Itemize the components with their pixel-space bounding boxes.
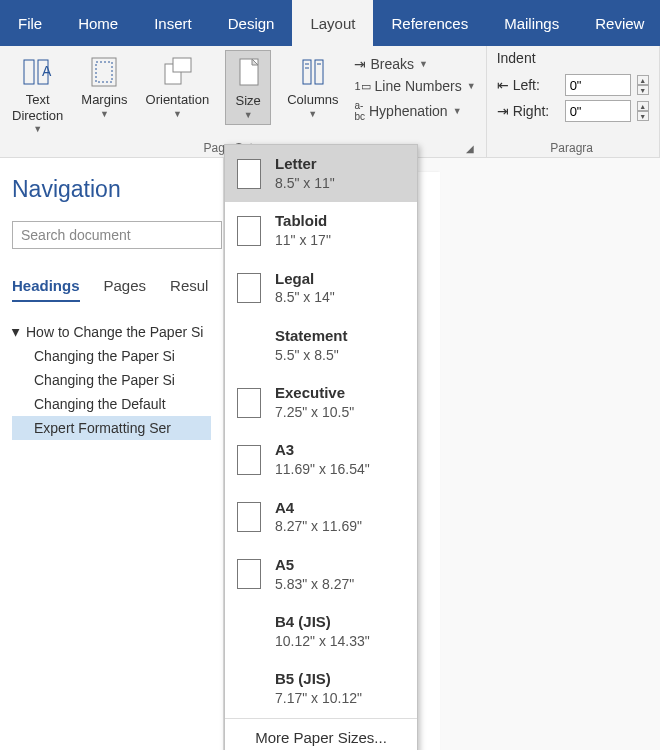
navigation-pane: Navigation Search document HeadingsPages… [0, 158, 224, 750]
breaks-icon: ⇥ [354, 56, 366, 72]
nav-heading-item[interactable]: Changing the Paper Si [12, 368, 211, 392]
indent-right-label: ⇥Right: [497, 103, 559, 119]
nav-tab-headings[interactable]: Headings [12, 277, 80, 302]
orientation-icon [161, 54, 193, 90]
nav-heading-item[interactable]: Expert Formatting Ser [12, 416, 211, 440]
size-option-executive[interactable]: Executive7.25" x 10.5" [225, 374, 417, 431]
spinner-up-icon[interactable]: ▲ [637, 101, 649, 111]
size-option-dimensions: 11" x 17" [275, 232, 331, 250]
columns-icon [299, 54, 327, 90]
size-option-name: A5 [275, 556, 354, 575]
breaks-button[interactable]: ⇥ Breaks ▼ [354, 56, 475, 72]
indent-left-input[interactable] [565, 74, 631, 96]
nav-heading-root[interactable]: ▶ How to Change the Paper Si [12, 320, 211, 344]
size-option-dimensions: 10.12" x 14.33" [275, 633, 370, 651]
size-option-dimensions: 7.17" x 10.12" [275, 690, 362, 708]
size-option-b5-jis-[interactable]: B5 (JIS)7.17" x 10.12" [225, 660, 417, 717]
size-option-tabloid[interactable]: Tabloid11" x 17" [225, 202, 417, 259]
size-option-statement[interactable]: Statement5.5" x 8.5" [225, 317, 417, 374]
svg-rect-6 [173, 58, 191, 72]
size-option-legal[interactable]: Legal8.5" x 14" [225, 260, 417, 317]
text-direction-button[interactable]: A TextDirection ▼ [10, 50, 65, 139]
main-tabs: File HomeInsertDesignLayoutReferencesMai… [0, 0, 660, 46]
size-option-name: B4 (JIS) [275, 613, 370, 632]
indent-right-input[interactable] [565, 100, 631, 122]
hyphenation-button[interactable]: a-bc Hyphenation ▼ [354, 100, 475, 122]
margins-label: Margins [81, 92, 127, 108]
search-input[interactable]: Search document [12, 221, 222, 249]
orientation-label: Orientation [146, 92, 210, 108]
size-icon [234, 55, 262, 91]
spinner-down-icon[interactable]: ▼ [637, 85, 649, 95]
size-option-dimensions: 8.5" x 14" [275, 289, 335, 307]
spinner-down-icon[interactable]: ▼ [637, 111, 649, 121]
size-option-dimensions: 11.69" x 16.54" [275, 461, 370, 479]
orientation-button[interactable]: Orientation ▼ [144, 50, 212, 123]
svg-rect-4 [96, 62, 112, 82]
size-option-dimensions: 7.25" x 10.5" [275, 404, 354, 422]
size-option-letter[interactable]: Letter8.5" x 11" [225, 145, 417, 202]
size-option-a3[interactable]: A311.69" x 16.54" [225, 431, 417, 488]
columns-button[interactable]: Columns ▼ [285, 50, 340, 123]
chevron-down-icon: ▼ [100, 109, 109, 120]
more-paper-sizes-button[interactable]: More Paper Sizes... [225, 718, 417, 751]
tab-file[interactable]: File [0, 0, 60, 46]
tab-review[interactable]: Review [577, 0, 660, 46]
ribbon: A TextDirection ▼ Margins ▼ Orientation … [0, 46, 660, 158]
chevron-down-icon: ▼ [244, 110, 253, 121]
text-direction-icon: A [20, 54, 56, 90]
size-option-name: B5 (JIS) [275, 670, 362, 689]
tab-home[interactable]: Home [60, 0, 136, 46]
expand-icon: ▶ [11, 328, 22, 336]
chevron-down-icon: ▼ [467, 81, 476, 91]
page-preview-icon [237, 559, 261, 589]
columns-label: Columns [287, 92, 338, 108]
tab-layout[interactable]: Layout [292, 0, 373, 46]
chevron-down-icon: ▼ [173, 109, 182, 120]
size-option-name: Statement [275, 327, 348, 346]
line-numbers-button[interactable]: 1▭ Line Numbers ▼ [354, 78, 475, 94]
size-option-dimensions: 8.27" x 11.69" [275, 518, 362, 536]
size-option-a4[interactable]: A48.27" x 11.69" [225, 489, 417, 546]
size-option-dimensions: 5.83" x 8.27" [275, 576, 354, 594]
page-setup-dialog-launcher-icon[interactable]: ◢ [466, 143, 474, 154]
tab-references[interactable]: References [373, 0, 486, 46]
spinner-up-icon[interactable]: ▲ [637, 75, 649, 85]
nav-heading-item[interactable]: Changing the Default [12, 392, 211, 416]
tab-design[interactable]: Design [210, 0, 293, 46]
size-option-name: Legal [275, 270, 335, 289]
tab-insert[interactable]: Insert [136, 0, 210, 46]
margins-button[interactable]: Margins ▼ [79, 50, 129, 123]
indent-right-icon: ⇥ [497, 103, 509, 119]
size-option-name: Executive [275, 384, 354, 403]
chevron-down-icon: ▼ [33, 124, 42, 135]
size-label: Size [235, 93, 260, 109]
size-option-name: A3 [275, 441, 370, 460]
margins-icon [90, 54, 118, 90]
hyphenation-icon: a-bc [354, 100, 365, 122]
chevron-down-icon: ▼ [308, 109, 317, 120]
size-dropdown: Letter8.5" x 11"Tabloid11" x 17"Legal8.5… [224, 144, 418, 750]
page-preview-icon [237, 502, 261, 532]
chevron-down-icon: ▼ [419, 59, 428, 69]
tab-mailings[interactable]: Mailings [486, 0, 577, 46]
svg-text:A: A [42, 63, 52, 79]
indent-group-title: Indent [497, 50, 536, 66]
size-option-dimensions: 5.5" x 8.5" [275, 347, 348, 365]
size-option-dimensions: 8.5" x 11" [275, 175, 335, 193]
indent-left-icon: ⇤ [497, 77, 509, 93]
size-option-name: A4 [275, 499, 362, 518]
paragraph-group-title: Paragra [497, 141, 647, 155]
size-option-a5[interactable]: A55.83" x 8.27" [225, 546, 417, 603]
line-numbers-icon: 1▭ [354, 80, 370, 93]
text-direction-label: TextDirection [12, 92, 63, 123]
page-preview-icon [237, 445, 261, 475]
nav-heading-item[interactable]: Changing the Paper Si [12, 344, 211, 368]
size-button[interactable]: Size ▼ [225, 50, 271, 125]
chevron-down-icon: ▼ [453, 106, 462, 116]
nav-tab-resul[interactable]: Resul [170, 277, 208, 302]
svg-rect-0 [24, 60, 34, 84]
nav-tab-pages[interactable]: Pages [104, 277, 147, 302]
size-option-b4-jis-[interactable]: B4 (JIS)10.12" x 14.33" [225, 603, 417, 660]
page-preview-icon [237, 159, 261, 189]
